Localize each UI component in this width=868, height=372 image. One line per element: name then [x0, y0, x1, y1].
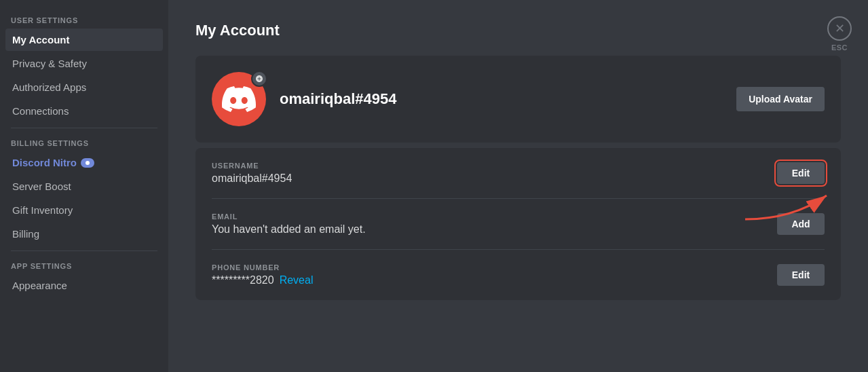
privacy-safety-label: Privacy & Safety [12, 58, 87, 69]
phone-info-content: PHONE NUMBER *********2820 Reveal [212, 263, 766, 286]
close-button-wrapper[interactable]: ✕ ESC [827, 16, 852, 52]
username-edit-button[interactable]: Edit [777, 162, 825, 184]
sidebar-item-billing[interactable]: Billing [5, 223, 163, 245]
sidebar-item-my-account[interactable]: My Account [5, 29, 163, 51]
email-add-button[interactable]: Add [777, 213, 825, 235]
email-info-content: EMAIL You haven't added an email yet. [212, 212, 766, 236]
phone-row: PHONE NUMBER *********2820 Reveal Edit [212, 250, 825, 300]
my-account-label: My Account [12, 34, 69, 45]
discord-logo-icon [222, 86, 256, 112]
username-row: USERNAME omairiqbal#4954 Edit [212, 148, 825, 199]
close-button[interactable]: ✕ [827, 16, 852, 41]
phone-masked: *********2820 [212, 274, 274, 286]
nitro-icon [81, 158, 94, 168]
avatar-edit-badge[interactable] [251, 71, 267, 87]
esc-label: ESC [831, 43, 848, 52]
sidebar-item-discord-nitro[interactable]: Discord Nitro [5, 151, 163, 174]
main-content: My Account omairiqbal#4954 Upload Avatar… [168, 0, 868, 372]
billing-label: Billing [12, 228, 39, 240]
camera-add-icon [255, 75, 263, 83]
sidebar-item-authorized-apps[interactable]: Authorized Apps [5, 76, 163, 98]
sidebar-divider-1 [11, 128, 157, 128]
billing-settings-label: BILLING SETTINGS [5, 134, 163, 150]
username-info-content: USERNAME omairiqbal#4954 [212, 162, 766, 185]
email-row: EMAIL You haven't added an email yet. Ad… [212, 199, 825, 250]
user-settings-label: USER SETTINGS [5, 11, 163, 27]
sidebar-item-gift-inventory[interactable]: Gift Inventory [5, 199, 163, 221]
username-value: omairiqbal#4954 [212, 172, 766, 185]
gift-inventory-label: Gift Inventory [12, 204, 73, 216]
username-display: omairiqbal#4954 [280, 90, 723, 108]
appearance-label: Appearance [12, 280, 67, 291]
upload-avatar-button[interactable]: Upload Avatar [736, 87, 825, 111]
profile-card: omairiqbal#4954 Upload Avatar [195, 56, 841, 143]
authorized-apps-label: Authorized Apps [12, 81, 86, 93]
sidebar-item-appearance[interactable]: Appearance [5, 274, 163, 297]
email-value: You haven't added an email yet. [212, 223, 766, 236]
reveal-link[interactable]: Reveal [280, 274, 314, 286]
info-card: USERNAME omairiqbal#4954 Edit EMAIL You … [195, 148, 841, 300]
connections-label: Connections [12, 105, 69, 117]
username-label: USERNAME [212, 162, 766, 170]
phone-label: PHONE NUMBER [212, 263, 766, 272]
phone-edit-button[interactable]: Edit [777, 264, 825, 286]
phone-value: *********2820 Reveal [212, 274, 766, 286]
app-settings-label: APP SETTINGS [5, 257, 163, 273]
sidebar: USER SETTINGS My Account Privacy & Safet… [0, 0, 168, 372]
email-label: EMAIL [212, 212, 766, 221]
sidebar-item-privacy-safety[interactable]: Privacy & Safety [5, 52, 163, 75]
avatar-wrapper [212, 72, 266, 126]
sidebar-item-server-boost[interactable]: Server Boost [5, 175, 163, 198]
sidebar-item-connections[interactable]: Connections [5, 100, 163, 122]
sidebar-divider-2 [11, 250, 157, 251]
discord-nitro-label: Discord Nitro [12, 157, 77, 168]
page-title: My Account [195, 22, 841, 39]
server-boost-label: Server Boost [12, 181, 71, 192]
